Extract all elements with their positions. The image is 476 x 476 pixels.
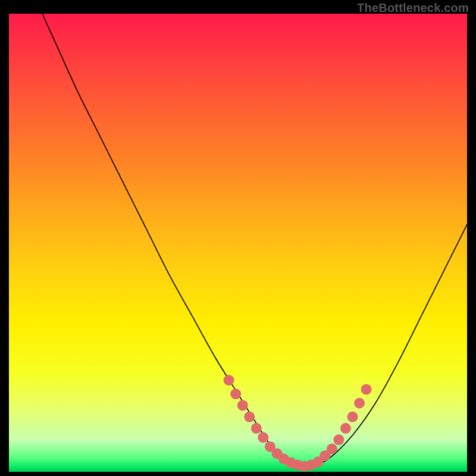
scatter-point bbox=[354, 398, 365, 409]
scatter-point bbox=[361, 384, 372, 394]
bottleneck-curve bbox=[9, 14, 467, 467]
scatter-point bbox=[333, 434, 344, 445]
scatter-point bbox=[347, 412, 358, 422]
chart-svg bbox=[9, 14, 467, 472]
plot-area bbox=[9, 14, 467, 472]
scatter-point bbox=[237, 400, 248, 411]
scatter-point bbox=[251, 423, 262, 434]
scatter-group bbox=[224, 375, 372, 472]
scatter-point bbox=[258, 432, 268, 443]
scatter-point bbox=[224, 375, 234, 386]
scatter-point bbox=[327, 444, 337, 455]
chart-stage: TheBottleneck.com bbox=[0, 0, 476, 476]
watermark-text: TheBottleneck.com bbox=[357, 1, 469, 15]
scatter-point bbox=[340, 423, 351, 434]
scatter-point bbox=[244, 412, 255, 422]
scatter-point bbox=[230, 389, 241, 399]
